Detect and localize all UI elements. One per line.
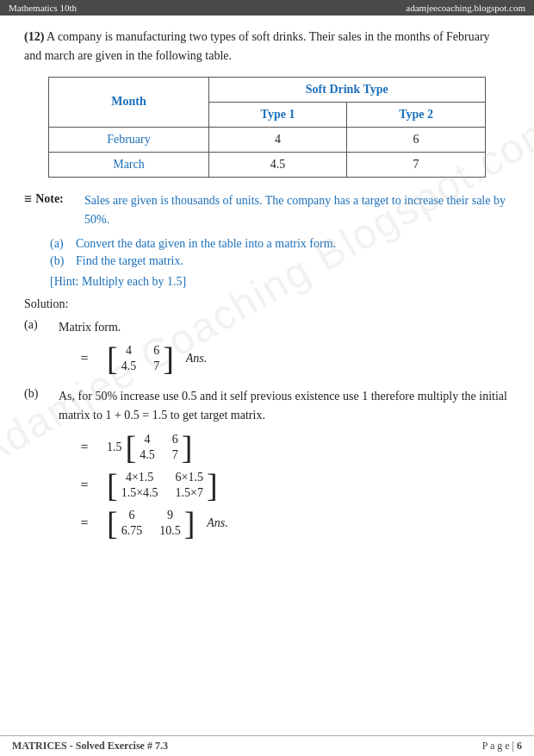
matrix-cell: 10.5 <box>159 524 181 538</box>
table-row-type2: 6 <box>347 127 486 152</box>
part-b-header: (b) As, for 50% increase use 0.5 and it … <box>24 387 510 426</box>
matrix-cell: 6×1.5 <box>176 471 203 484</box>
matrix-inner-b3: 696.7510.5 <box>121 509 181 538</box>
note-section: ≡ Note: Sales are given is thousands of … <box>24 191 510 289</box>
matrix-inner-b1: 464.57 <box>140 433 178 462</box>
part-b-text: As, for 50% increase use 0.5 and it self… <box>59 387 510 426</box>
matrix-cell: 6.75 <box>121 524 143 538</box>
equals-b2: = <box>76 478 93 493</box>
part-b-step1: = 1.5 [ 464.57 ] <box>76 431 510 464</box>
page-content: Adamjee Coaching Blogspot.com (12) A com… <box>0 16 534 564</box>
matrix-inner-a: 464.57 <box>121 344 160 373</box>
note-text: Sales are given is thousands of units. T… <box>84 191 510 230</box>
bracket-right-b3: ] <box>184 507 196 540</box>
footer-right: P a g e | 6 <box>482 740 522 753</box>
footer-left: MATRICES - Solved Exercise # 7.3 <box>12 740 168 753</box>
matrix-cell: 4.5 <box>121 359 137 373</box>
part-b-step2: = [ 4×1.56×1.51.5×4.51.5×7 ] <box>76 469 510 502</box>
type2-header: Type 2 <box>347 102 486 127</box>
part-a-label: (a) <box>24 318 59 332</box>
table-row-month: February <box>49 127 209 152</box>
matrix-a: [ 464.57 ] <box>107 342 174 375</box>
matrix-cell: 7 <box>153 359 159 373</box>
page-footer: MATRICES - Solved Exercise # 7.3 P a g e… <box>0 735 534 756</box>
matrix-cell: 6 <box>153 344 159 358</box>
matrix-cell: 6 <box>121 509 143 522</box>
question-text: (12) A company is manufacturing two type… <box>24 28 510 66</box>
bracket-right-a: ] <box>163 342 174 375</box>
part-a-header: (a) Matrix form. <box>24 318 510 337</box>
equals-b3: = <box>76 515 93 531</box>
part-a-title: Matrix form. <box>59 318 510 337</box>
bracket-right-b2: ] <box>207 469 218 502</box>
multiplier-b1: 1.5 <box>107 440 122 454</box>
matrix-cell: 7 <box>172 448 178 462</box>
header-left: Mathematics 10th <box>9 3 77 13</box>
solution-part-b: (b) As, for 50% increase use 0.5 and it … <box>24 387 510 540</box>
matrix-cell: 1.5×4.5 <box>121 486 158 500</box>
question-body: A company is manufacturing two types of … <box>24 30 490 62</box>
solution-part-a: (a) Matrix form. = [ 464.57 ] Ans. <box>24 318 510 375</box>
header-right: adamjeecoaching.blogspot.com <box>406 3 525 13</box>
solution-label: Solution: <box>24 297 510 311</box>
bracket-left-b1: [ <box>126 431 137 464</box>
ans-a: Ans. <box>186 352 208 366</box>
matrix-cell: 4 <box>121 344 137 358</box>
sub-item: (a)Convert the data given in the table i… <box>50 237 510 251</box>
equals-a: = <box>76 351 93 366</box>
matrix-cell: 1.5×7 <box>176 486 203 500</box>
month-header: Month <box>49 77 209 127</box>
sub-item: (b)Find the target matrix. <box>50 254 510 268</box>
note-label: ≡ Note: <box>24 191 84 207</box>
sub-items: (a)Convert the data given in the table i… <box>50 237 510 272</box>
bracket-left-b2: [ <box>107 469 118 502</box>
matrix-b2: [ 4×1.56×1.51.5×4.51.5×7 ] <box>107 469 218 502</box>
matrix-inner-b2: 4×1.56×1.51.5×4.51.5×7 <box>121 471 203 500</box>
sub-item-text: Find the target matrix. <box>76 254 183 268</box>
matrix-cell: 9 <box>159 509 181 522</box>
part-a-matrix-row: = [ 464.57 ] Ans. <box>76 342 510 375</box>
data-table: Month Soft Drink Type Type 1 Type 2 Febr… <box>48 77 486 178</box>
matrix-b1: [ 464.57 ] <box>126 431 193 464</box>
sub-item-label: (a) <box>50 237 76 251</box>
page-number: 6 <box>517 740 522 752</box>
part-b-step3: = [ 696.7510.5 ] Ans. <box>76 507 510 540</box>
footer-prefix: P a g e | <box>482 740 514 752</box>
equals-b1: = <box>76 440 93 455</box>
matrix-b3: [ 696.7510.5 ] <box>107 507 195 540</box>
hint-text: [Hint: Multiply each by 1.5] <box>50 275 510 289</box>
matrix-cell: 4×1.5 <box>121 471 158 484</box>
part-b-label: (b) <box>24 387 59 401</box>
note-icon: ≡ <box>24 191 32 207</box>
table-row-type1: 4 <box>208 127 347 152</box>
sub-item-text: Convert the data given in the table into… <box>76 237 336 251</box>
sub-item-label: (b) <box>50 254 76 268</box>
bracket-left-b3: [ <box>107 507 118 540</box>
question-number: (12) <box>24 30 44 43</box>
type1-header: Type 1 <box>208 102 347 127</box>
soft-drink-header: Soft Drink Type <box>208 77 485 102</box>
bracket-right-b1: ] <box>182 431 193 464</box>
table-row-type1: 4.5 <box>208 152 347 177</box>
table-row-month: March <box>49 152 209 177</box>
bracket-left-a: [ <box>107 342 118 375</box>
table-row-type2: 7 <box>347 152 486 177</box>
note-line: ≡ Note: Sales are given is thousands of … <box>24 191 510 230</box>
page-header: Mathematics 10th adamjeecoaching.blogspo… <box>0 0 534 16</box>
matrix-cell: 6 <box>172 433 178 447</box>
matrix-cell: 4 <box>140 433 155 447</box>
matrix-cell: 4.5 <box>140 448 155 462</box>
ans-b: Ans. <box>207 516 228 530</box>
